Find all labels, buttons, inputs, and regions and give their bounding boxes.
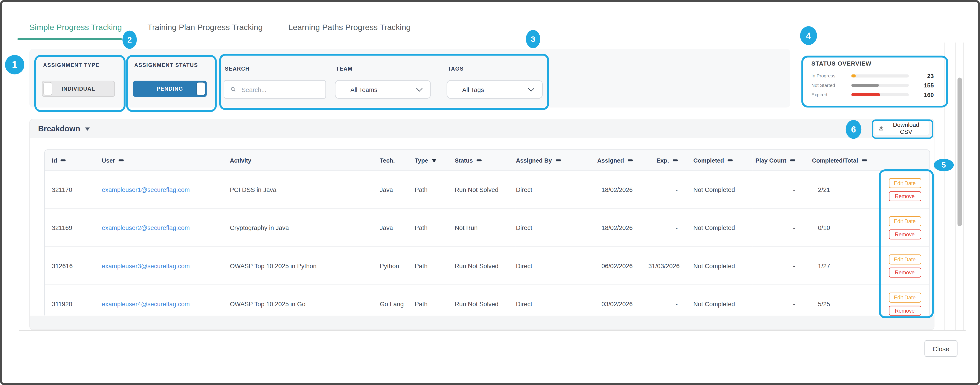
column-label: Activity <box>230 157 251 163</box>
toggle-handle <box>197 82 205 95</box>
cell-type: Path <box>414 170 454 208</box>
download-csv-button[interactable]: Download CSV <box>874 121 929 135</box>
cell-activity: Cryptography in Java <box>229 209 379 246</box>
table-row: 311920exampleuser4@secureflag.comOWASP T… <box>45 285 929 318</box>
cell-play_count: - <box>753 170 811 208</box>
cell-exp: 31/03/2026 <box>648 246 693 284</box>
user-email-link[interactable]: exampleuser4@secureflag.com <box>102 300 190 307</box>
cell-id: 312616 <box>45 246 101 284</box>
team-label: TEAM <box>336 65 353 72</box>
cell-assigned: 03/02/2026 <box>584 285 648 318</box>
sort-icon <box>790 160 795 161</box>
cell-id: 321170 <box>45 170 101 208</box>
tab-simple-progress-tracking[interactable]: Simple Progress Tracking <box>29 22 122 32</box>
assignment-type-toggle[interactable]: INDIVIDUAL <box>42 81 115 97</box>
cell-completed_total: 5/25 <box>811 285 880 318</box>
cell-tech: Python <box>379 246 414 284</box>
cell-user: exampleuser1@secureflag.com <box>101 170 229 208</box>
column-header-completed[interactable]: Completed <box>693 150 753 170</box>
tags-select[interactable]: All Tags <box>447 80 543 99</box>
column-header-activity[interactable]: Activity <box>229 150 379 170</box>
cell-status: Run Not Solved <box>454 285 515 318</box>
cell-tech: Java <box>379 209 414 246</box>
column-header-id[interactable]: Id <box>45 150 101 170</box>
column-header-user[interactable]: User <box>101 150 229 170</box>
remove-button[interactable]: Remove <box>889 305 921 315</box>
remove-button[interactable]: Remove <box>889 191 921 201</box>
user-email-link[interactable]: exampleuser3@secureflag.com <box>102 262 190 269</box>
column-label: Tech. <box>380 157 395 163</box>
user-email-link[interactable]: exampleuser1@secureflag.com <box>102 186 190 193</box>
column-label: Assigned <box>597 157 624 163</box>
sort-desc-icon <box>432 158 437 162</box>
search-input[interactable] <box>240 85 319 94</box>
vertical-scrollbar-thumb[interactable] <box>957 77 962 226</box>
breakdown-header[interactable]: Breakdown <box>30 119 934 138</box>
status-bar-track <box>851 93 909 96</box>
cell-user: exampleuser2@secureflag.com <box>101 209 229 246</box>
column-label: Status <box>455 157 473 163</box>
cell-actions: Edit DateRemove <box>880 170 929 208</box>
column-header-completed-total[interactable]: Completed/Total <box>811 150 880 170</box>
column-header-status[interactable]: Status <box>454 150 515 170</box>
tab-training-plan-progress-tracking[interactable]: Training Plan Progress Tracking <box>147 22 263 32</box>
footer-divider <box>19 330 966 331</box>
tags-select-value: All Tags <box>462 86 529 93</box>
close-button[interactable]: Close <box>924 340 958 357</box>
cell-activity: OWASP Top 10:2025 in Python <box>229 246 379 284</box>
user-email-link[interactable]: exampleuser2@secureflag.com <box>102 224 190 231</box>
status-bar-track <box>851 84 909 87</box>
assignment-type-label: ASSIGNMENT TYPE <box>43 62 99 68</box>
edit-date-button[interactable]: Edit Date <box>889 254 921 264</box>
active-tab-indicator <box>18 38 122 40</box>
status-bar-track <box>851 75 909 77</box>
tags-label: TAGS <box>448 65 464 72</box>
tab-bar: Simple Progress Tracking Training Plan P… <box>29 22 410 32</box>
cell-actions: Edit DateRemove <box>880 209 929 246</box>
breakdown-section: Breakdown IdUserActivityTech.TypeStatusA… <box>29 119 934 330</box>
remove-button[interactable]: Remove <box>889 229 921 239</box>
team-select[interactable]: All Teams <box>335 80 431 99</box>
column-header-actions <box>880 150 929 170</box>
cell-completed_total: 0/10 <box>811 209 880 246</box>
status-value: 23 <box>915 73 934 80</box>
cell-status: Not Run <box>454 209 515 246</box>
search-label: SEARCH <box>225 65 249 72</box>
callout-badge-3: 3 <box>526 30 540 48</box>
edit-date-button[interactable]: Edit Date <box>889 292 921 302</box>
column-label: Play Count <box>756 157 786 163</box>
column-label: Exp. <box>657 157 669 163</box>
breakdown-title: Breakdown <box>38 124 80 133</box>
edit-date-button[interactable]: Edit Date <box>889 178 921 188</box>
column-header-type[interactable]: Type <box>414 150 454 170</box>
table-header-row: IdUserActivityTech.TypeStatusAssigned By… <box>45 150 929 170</box>
edit-date-button[interactable]: Edit Date <box>889 216 921 226</box>
sort-icon <box>862 160 867 161</box>
column-header-play-count[interactable]: Play Count <box>753 150 811 170</box>
column-label: Completed <box>694 157 724 163</box>
status-value: 155 <box>915 82 934 89</box>
scrollbar-track-right <box>963 43 964 330</box>
sort-icon <box>673 160 678 161</box>
status-overview-row: Not Started155 <box>811 81 934 90</box>
tab-learning-paths-progress-tracking[interactable]: Learning Paths Progress Tracking <box>288 22 410 32</box>
cell-assigned: 06/02/2026 <box>584 246 648 284</box>
column-label: Type <box>415 157 428 163</box>
table-row: 321169exampleuser2@secureflag.comCryptog… <box>45 209 929 246</box>
cell-completed_total: 1/27 <box>811 246 880 284</box>
assignment-status-toggle[interactable]: PENDING <box>133 81 207 97</box>
column-header-assigned[interactable]: Assigned <box>584 150 648 170</box>
breakdown-footer-bar <box>30 316 934 329</box>
download-csv-label: Download CSV <box>888 121 925 135</box>
sort-icon <box>119 160 124 161</box>
column-header-tech-[interactable]: Tech. <box>379 150 414 170</box>
cell-type: Path <box>414 246 454 284</box>
column-label: Completed/Total <box>812 157 858 163</box>
cell-actions: Edit DateRemove <box>880 285 929 318</box>
sort-icon <box>61 160 66 161</box>
remove-button[interactable]: Remove <box>889 267 921 277</box>
column-header-assigned-by[interactable]: Assigned By <box>515 150 584 170</box>
status-bar-fill <box>851 93 880 96</box>
column-header-exp-[interactable]: Exp. <box>648 150 693 170</box>
status-overview-row: Expired160 <box>811 90 934 99</box>
